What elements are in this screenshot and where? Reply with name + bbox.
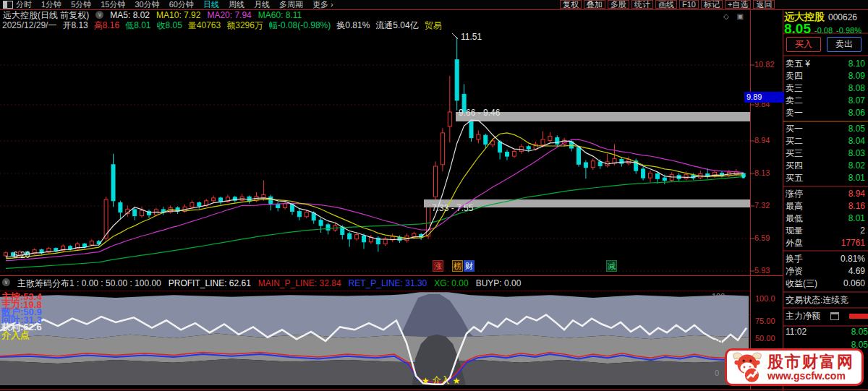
- tool-button-5[interactable]: F10: [679, 0, 699, 9]
- level-row[interactable]: 买一8.05: [784, 123, 867, 135]
- level-price: 8.07: [848, 95, 865, 107]
- price-axis-label: 8.94: [754, 136, 770, 145]
- menu-item-8[interactable]: 月线: [254, 0, 270, 9]
- menu-item-7[interactable]: 周线: [229, 0, 244, 9]
- bid-levels: 买一8.05买二8.04买三8.03买四8.02买五8.01: [784, 123, 867, 184]
- level-row[interactable]: 买五8.01: [784, 172, 867, 184]
- tick-price: 8.05: [851, 327, 868, 337]
- level-row[interactable]: 卖五 ¥8.10: [784, 58, 867, 70]
- level-label: 买三: [786, 147, 803, 160]
- stat-value: 0.81%: [841, 253, 865, 265]
- level-label: 买四: [786, 160, 803, 172]
- trading-app-window: 分时1分钟5分钟15分钟30分钟60分钟日线周线月线多周期更多 › 复权叠加多股…: [0, 0, 868, 391]
- list-icon[interactable]: [830, 312, 839, 320]
- chevron-down-icon[interactable]: ∨: [95, 11, 103, 19]
- quote-info-item: 开8.13: [62, 21, 88, 30]
- level-price: 8.10: [848, 58, 865, 70]
- level-row[interactable]: 买三8.03: [784, 147, 867, 160]
- tool-button-0[interactable]: 复权: [560, 0, 582, 9]
- price-axis-label: 8.13: [754, 168, 770, 177]
- indicator-scale-label: 50: [713, 338, 722, 347]
- chart-canvas[interactable]: [0, 0, 868, 391]
- star-icon: ★: [422, 376, 430, 386]
- indicator-axis-label: 50.00: [755, 334, 775, 343]
- tool-menu: 复权叠加多股统计画线F10标记+自选返回: [560, 0, 775, 9]
- ma-legend: MA5: 8.02MA10: 7.92MA20: 7.94MA60: 8.11: [110, 11, 302, 20]
- chart-title-row: 远大控股(日线 前复权) ∨ MA5: 8.02MA10: 7.92MA20: …: [3, 11, 302, 20]
- level-label: 买五: [786, 172, 803, 184]
- level-row[interactable]: 买四8.02: [784, 160, 867, 172]
- stat-row: 收益(三)0.060: [784, 278, 867, 290]
- menu-item-4[interactable]: 30分钟: [135, 0, 160, 9]
- tool-button-4[interactable]: 画线: [655, 0, 677, 9]
- menu-item-10[interactable]: 更多 ›: [312, 0, 333, 9]
- tool-button-7[interactable]: +自选: [725, 0, 751, 9]
- ma-legend-item: MA5: 8.02: [110, 11, 150, 20]
- menu-item-0[interactable]: 分时: [16, 0, 32, 9]
- quote-info-item: 换0.81%: [336, 21, 370, 30]
- watermark-text: 股市财富网 www.gscfw.com: [767, 353, 854, 382]
- ma-legend-item: MA60: 8.11: [258, 11, 302, 20]
- tool-button-3[interactable]: 统计: [631, 0, 653, 9]
- indicator-header-item: 主散筹码分布1 : 0.00 : 50.00 : 100.00: [17, 278, 161, 288]
- price-change: -0.08: [814, 26, 833, 35]
- stat-label: 最低: [786, 212, 803, 225]
- main-net-row[interactable]: 主力净额: [784, 310, 868, 322]
- window-panel-icon[interactable]: [3, 1, 13, 9]
- level-label: 买一: [786, 123, 803, 135]
- stat-label: 净资: [786, 265, 803, 278]
- level-price: 8.05: [848, 123, 865, 135]
- chart-annotation: 11.51: [461, 32, 482, 42]
- level-label: 卖三: [786, 82, 803, 95]
- tool-button-2[interactable]: 多股: [608, 0, 629, 9]
- level-row[interactable]: 卖一8.06: [784, 107, 867, 119]
- stat-label: 最高: [786, 200, 803, 212]
- event-marker[interactable]: 减: [606, 260, 617, 272]
- event-marker[interactable]: 榜: [452, 260, 463, 272]
- menu-item-5[interactable]: 60分钟: [169, 0, 194, 9]
- indicator-axis-label: 75.00: [755, 317, 775, 325]
- stat-value: 8.01: [848, 212, 865, 225]
- tick-time: 11:02: [786, 327, 807, 337]
- indicator-header-item: RET_P_LINE: 31.30: [349, 278, 427, 288]
- menu-item-6[interactable]: 日线: [203, 0, 219, 9]
- indicator-scale-label: 100: [712, 292, 725, 301]
- stat-rows: 涨停8.94最高8.16最低8.01现量2外盘17761: [784, 188, 867, 249]
- stat-label: 涨停: [786, 188, 803, 200]
- level-price: 8.09: [848, 70, 865, 82]
- level-price: 8.01: [848, 172, 865, 184]
- level-row[interactable]: 卖二8.07: [784, 95, 867, 107]
- level-row[interactable]: 卖四8.09: [784, 70, 867, 82]
- menu-item-1[interactable]: 1分钟: [41, 0, 61, 9]
- level-row[interactable]: 买二8.04: [784, 135, 867, 147]
- quote-info-item: 收8.05: [156, 21, 182, 30]
- stat-label: 换手: [786, 253, 803, 265]
- tool-button-6[interactable]: 标记: [701, 0, 723, 9]
- menu-item-9[interactable]: 多周期: [279, 0, 303, 9]
- event-marker[interactable]: 财: [464, 260, 475, 272]
- sell-button[interactable]: 卖出: [827, 37, 861, 52]
- chart-corner-icons[interactable]: ◇ ▣: [723, 12, 746, 20]
- stat-value: 8.16: [848, 200, 865, 212]
- indicator-header-item: BUYP: 0.00: [476, 278, 522, 288]
- stat-value: 17761: [841, 237, 865, 249]
- event-marker[interactable]: 涨: [433, 260, 443, 272]
- level-row[interactable]: 卖三8.08: [784, 82, 867, 95]
- indicator-header: ∨ 主散筹码分布1 : 0.00 : 50.00 : 100.00PROFIT_…: [2, 278, 521, 288]
- tool-button-8[interactable]: 返回: [753, 0, 775, 9]
- main-net-label: 主力净额: [786, 310, 820, 322]
- level-label: 卖五 ¥: [786, 58, 810, 70]
- quote-info-item: 额3296万: [226, 21, 263, 30]
- level-price: 8.06: [848, 107, 865, 119]
- level-price: 8.08: [848, 82, 865, 95]
- ask-levels: 卖五 ¥8.10卖四8.09卖三8.08卖二8.07卖一8.06: [784, 58, 867, 119]
- collapse-icon[interactable]: ∨: [2, 278, 10, 286]
- level-price: 8.03: [848, 147, 865, 160]
- menu-item-3[interactable]: 15分钟: [101, 0, 125, 9]
- period-menu: 分时1分钟5分钟15分钟30分钟60分钟日线周线月线多周期更多 ›: [16, 0, 333, 9]
- tool-button-1[interactable]: 叠加: [584, 0, 605, 9]
- stat-value: 0.060: [843, 278, 865, 290]
- buy-button[interactable]: 买入: [786, 37, 821, 52]
- menu-item-2[interactable]: 5分钟: [71, 0, 91, 9]
- last-price: 8.05: [784, 21, 811, 37]
